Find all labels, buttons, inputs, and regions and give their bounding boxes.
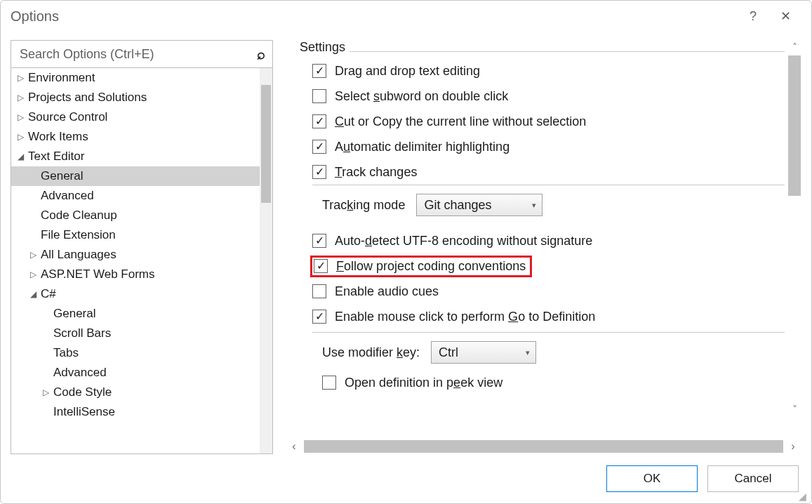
- resize-grip-icon[interactable]: ◢: [799, 491, 810, 502]
- disclosure-icon: ▷: [15, 73, 25, 83]
- tree-item[interactable]: ▷Source Control: [11, 107, 272, 127]
- tree-item[interactable]: General: [11, 166, 272, 186]
- ok-button[interactable]: OK: [606, 465, 698, 492]
- tree-item[interactable]: Code Cleanup: [11, 206, 272, 225]
- auto-detect-utf8-label: Auto-detect UTF-8 encoding without signa…: [335, 234, 592, 248]
- checkbox-icon: ✓: [314, 259, 328, 273]
- peek-view-checkbox[interactable]: Open definition in peek view: [322, 370, 785, 395]
- auto-detect-utf8-checkbox[interactable]: ✓ Auto-detect UTF-8 encoding without sig…: [300, 228, 785, 253]
- modifier-key-combo[interactable]: Ctrl ▾: [431, 341, 536, 364]
- disclosure-icon: ▷: [15, 112, 25, 122]
- settings-vertical-scrollbar[interactable]: ˄ ˅: [787, 40, 801, 436]
- tree-item-label: General: [41, 169, 83, 183]
- scroll-down-icon[interactable]: ˅: [787, 402, 801, 416]
- tracking-mode-combo[interactable]: Git changes ▾: [416, 194, 543, 216]
- modifier-key-value: Ctrl: [439, 345, 458, 360]
- tree-item-label: IntelliSense: [53, 405, 115, 419]
- tree-item[interactable]: ▷Code Style: [11, 383, 272, 402]
- tree-item-label: C#: [41, 287, 56, 301]
- tree-item[interactable]: ▷All Languages: [11, 245, 272, 265]
- tree-item-label: Scroll Bars: [53, 326, 111, 340]
- tree-scroll-thumb[interactable]: [261, 85, 271, 203]
- drag-drop-label: Drag and drop text editing: [335, 64, 480, 79]
- tree-item-label: General: [53, 307, 95, 321]
- disclosure-icon: ▷: [41, 387, 51, 397]
- disclosure-icon: ▷: [28, 250, 38, 260]
- mouse-goto-definition-checkbox[interactable]: ✓ Enable mouse click to perform Go to De…: [300, 304, 785, 329]
- tree-item-label: Source Control: [28, 110, 107, 124]
- tree-item[interactable]: Advanced: [11, 363, 272, 383]
- settings-horizontal-scrollbar[interactable]: ‹ ›: [286, 439, 801, 454]
- modifier-key-label: Use modifier key:: [322, 345, 420, 360]
- tree-item[interactable]: ◢C#: [11, 284, 272, 304]
- settings-scroll-thumb[interactable]: [788, 55, 801, 196]
- auto-delimiter-checkbox[interactable]: ✓ Automatic delimiter highlighting: [300, 134, 785, 159]
- tree-item-label: Projects and Solutions: [28, 91, 147, 105]
- tree-scrollbar[interactable]: [260, 68, 272, 453]
- follow-coding-conventions-checkbox[interactable]: ✓ Follow project coding conventions: [300, 253, 785, 279]
- tree-item-label: File Extension: [41, 228, 116, 242]
- disclosure-icon: ▷: [15, 132, 25, 142]
- checkbox-icon: ✓: [312, 165, 326, 179]
- help-icon: ?: [750, 9, 757, 24]
- tree-item[interactable]: ▷Environment: [11, 68, 272, 88]
- disclosure-icon: ▷: [15, 93, 25, 102]
- tree-item[interactable]: Advanced: [11, 186, 272, 206]
- subword-checkbox[interactable]: Select subword on double click: [300, 84, 785, 109]
- tree-item-label: ASP.NET Web Forms: [41, 267, 155, 281]
- tracking-mode-label: Tracking mode: [322, 198, 405, 213]
- tree-item-label: Code Style: [53, 385, 112, 399]
- search-icon[interactable]: ⌕: [257, 46, 265, 62]
- chevron-down-icon: ▾: [532, 201, 536, 210]
- tree-item[interactable]: Tabs: [11, 343, 272, 363]
- checkbox-icon: ✓: [312, 140, 326, 154]
- cut-copy-label: Cut or Copy the current line without sel…: [335, 114, 586, 129]
- tree-item-label: All Languages: [41, 248, 117, 262]
- audio-cues-label: Enable audio cues: [335, 284, 439, 299]
- tree-item[interactable]: ▷Work Items: [11, 127, 272, 147]
- close-icon: ✕: [780, 8, 791, 24]
- tree-item[interactable]: General: [11, 304, 272, 324]
- settings-pane: Settings ✓ Drag and drop text editing Se…: [286, 40, 801, 436]
- tree-item[interactable]: ▷ASP.NET Web Forms: [11, 265, 272, 284]
- checkbox-icon: [322, 376, 336, 390]
- tracking-subgroup: Tracking mode Git changes ▾: [312, 185, 785, 228]
- tree-item-label: Work Items: [28, 130, 88, 144]
- audio-cues-checkbox[interactable]: Enable audio cues: [300, 279, 785, 304]
- track-changes-checkbox[interactable]: ✓ Track changes: [300, 159, 785, 185]
- search-wrapper: ⌕: [11, 40, 273, 68]
- help-button[interactable]: ?: [737, 1, 769, 32]
- window-title: Options: [11, 8, 737, 25]
- right-panel: Settings ✓ Drag and drop text editing Se…: [286, 40, 801, 454]
- options-dialog: Options ? ✕ ⌕ ▷Environment▷Projects and …: [0, 0, 812, 504]
- tree-item[interactable]: File Extension: [11, 225, 272, 245]
- options-tree: ▷Environment▷Projects and Solutions▷Sour…: [11, 68, 273, 454]
- settings-group-label: Settings: [300, 40, 785, 58]
- tree-item[interactable]: ◢Text Editor: [11, 147, 272, 166]
- scroll-up-icon[interactable]: ˄: [787, 40, 801, 54]
- auto-delimiter-label: Automatic delimiter highlighting: [335, 140, 510, 154]
- checkbox-icon: [312, 89, 326, 103]
- settings-group-text: Settings: [300, 40, 350, 54]
- hscroll-track[interactable]: [304, 440, 783, 453]
- tree-item-label: Advanced: [41, 189, 94, 203]
- follow-coding-conventions-label: Follow project coding conventions: [336, 259, 526, 274]
- scroll-right-icon[interactable]: ›: [785, 440, 801, 453]
- scroll-left-icon[interactable]: ‹: [286, 440, 302, 453]
- dialog-footer: OK Cancel: [1, 454, 811, 503]
- peek-view-label: Open definition in peek view: [345, 376, 502, 390]
- tree-item[interactable]: Scroll Bars: [11, 324, 272, 343]
- close-button[interactable]: ✕: [769, 1, 801, 32]
- drag-drop-checkbox[interactable]: ✓ Drag and drop text editing: [300, 58, 785, 84]
- tree-item-label: Tabs: [53, 346, 79, 360]
- checkbox-icon: ✓: [312, 114, 326, 128]
- search-input[interactable]: [18, 46, 257, 62]
- tree-item[interactable]: IntelliSense: [11, 402, 272, 422]
- cancel-button[interactable]: Cancel: [707, 465, 799, 492]
- checkbox-icon: [312, 284, 326, 298]
- tree-item-label: Code Cleanup: [41, 208, 117, 223]
- tree-item[interactable]: ▷Projects and Solutions: [11, 88, 272, 107]
- track-changes-label: Track changes: [335, 165, 417, 180]
- goto-subgroup: Use modifier key: Ctrl ▾ Open definition…: [312, 332, 785, 405]
- cut-copy-checkbox[interactable]: ✓ Cut or Copy the current line without s…: [300, 109, 785, 134]
